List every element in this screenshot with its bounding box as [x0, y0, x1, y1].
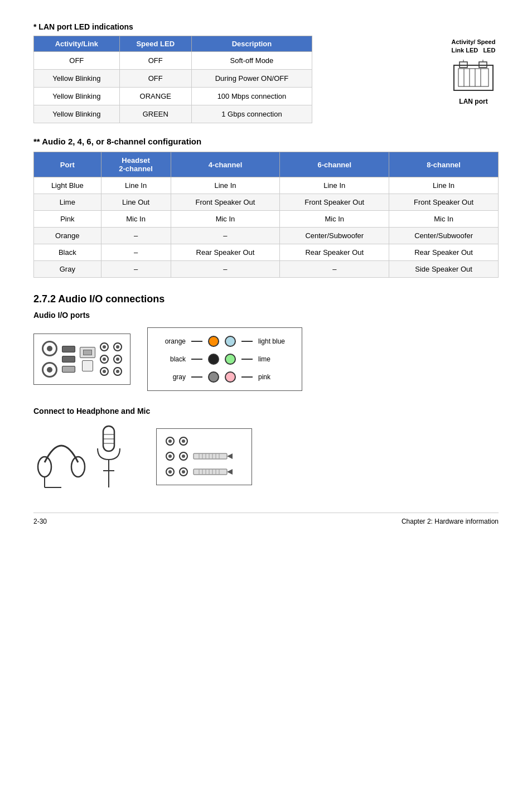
section-272-title: 2.7.2 Audio I/O connections — [33, 293, 499, 305]
audio-ports-title: Audio I/O ports — [33, 311, 499, 320]
lan-section: * LAN port LED indications Activity/Link… — [33, 22, 499, 123]
connector-panel — [156, 428, 252, 485]
jack-pair-2 — [113, 342, 122, 376]
connector-row-1 — [166, 437, 243, 446]
headphone-illustration — [33, 423, 123, 490]
lan-col-speed: Speed LED — [119, 36, 191, 52]
jack-pair-1 — [100, 342, 109, 376]
headphone-container — [33, 423, 499, 490]
lan-port-label: LAN port — [459, 98, 487, 105]
label-orange: orange — [158, 337, 186, 345]
audio-table: Port Headset2-channel 4-channel 6-channe… — [33, 152, 499, 278]
headphone-section: Connect to Headphone and Mic — [33, 407, 499, 490]
label-light-blue: light blue — [258, 337, 292, 345]
table-row: PinkMic InMic InMic InMic In — [34, 211, 499, 228]
audio-col-headset: Headset2-channel — [101, 152, 171, 177]
svg-marker-38 — [227, 469, 233, 475]
connector-row-3 — [166, 467, 243, 477]
table-row: Yellow BlinkingORANGE100 Mbps connection — [34, 88, 312, 105]
table-row: Gray–––Side Speaker Out — [34, 261, 499, 278]
plug-svg-2 — [192, 467, 243, 477]
lan-title: * LAN port LED indications — [33, 22, 499, 31]
label-lime: lime — [258, 355, 292, 363]
microphone-svg — [95, 423, 123, 490]
conn-jack-2b — [179, 452, 188, 461]
lan-diagram: Activity/ Speed Link LED LED — [448, 38, 499, 105]
conn-jack-2a — [166, 452, 175, 461]
audio-config-title: ** Audio 2, 4, 6, or 8-channel configura… — [33, 137, 499, 146]
headphone-svg — [33, 423, 89, 490]
jack-sm-6 — [113, 367, 122, 376]
port-row-black-lime: black lime — [158, 354, 292, 365]
audio-col-6ch: 6-channel — [280, 152, 389, 177]
table-row: Yellow BlinkingGREEN1 Gbps connection — [34, 105, 312, 123]
port-light-blue — [225, 336, 236, 347]
lan-table-wrapper: Activity/Link Speed LED Description OFFO… — [33, 36, 435, 123]
left-ports-diagram — [33, 334, 130, 385]
lan-col-desc: Description — [191, 36, 312, 52]
audio-col-port: Port — [34, 152, 101, 177]
chapter-label: Chapter 2: Hardware information — [402, 518, 499, 525]
lan-table: Activity/Link Speed LED Description OFFO… — [33, 36, 312, 123]
port-row-orange-lightblue: orange light blue — [158, 336, 292, 347]
port-black — [208, 354, 219, 365]
port-pink — [225, 371, 236, 383]
table-row: Yellow BlinkingOFFDuring Power ON/OFF — [34, 70, 312, 88]
jack-sm-5 — [113, 355, 122, 364]
port-gray — [208, 371, 219, 383]
slot-connectors — [62, 346, 75, 373]
table-row: Light BlueLine InLine InLine InLine In — [34, 177, 499, 194]
connector-row-2 — [166, 451, 243, 461]
jack-sm-3 — [100, 367, 109, 376]
label-pink: pink — [258, 373, 292, 381]
table-row: OFFOFFSoft-off Mode — [34, 52, 312, 70]
lan-col-activity: Activity/Link — [34, 36, 120, 52]
lan-diagram-labels: Activity/ Speed Link LED LED — [452, 38, 496, 55]
port-orange — [208, 336, 219, 347]
audio-ports-container: orange light blue black lime gray — [33, 327, 499, 391]
audio-col-8ch: 8-channel — [389, 152, 499, 177]
usb-connector — [80, 347, 95, 371]
conn-jack-3b — [179, 467, 188, 476]
port-lime — [225, 354, 236, 365]
jack-large-1 — [42, 341, 57, 356]
conn-jack-1b — [179, 437, 188, 446]
table-row: Orange––Center/SubwooferCenter/Subwoofer — [34, 228, 499, 244]
jack-sm-2 — [100, 355, 109, 364]
svg-point-11 — [71, 457, 85, 477]
table-row: Black–Rear Speaker OutRear Speaker OutRe… — [34, 244, 499, 261]
plug-svg-1 — [192, 451, 243, 461]
lan-port-svg — [448, 55, 499, 94]
svg-rect-30 — [194, 469, 227, 475]
large-connectors — [42, 341, 57, 378]
right-ports-diagram: orange light blue black lime gray — [147, 327, 302, 391]
page-number: 2-30 — [33, 518, 47, 525]
svg-rect-5 — [458, 69, 489, 86]
table-row: LimeLine OutFront Speaker OutFront Speak… — [34, 194, 499, 211]
port-row-gray-pink: gray pink — [158, 371, 292, 383]
svg-marker-29 — [227, 453, 233, 459]
label-gray: gray — [158, 373, 186, 381]
headphone-title: Connect to Headphone and Mic — [33, 407, 499, 416]
label-black: black — [158, 355, 186, 363]
conn-jack-1a — [166, 437, 175, 446]
lan-container: Activity/Link Speed LED Description OFFO… — [33, 36, 499, 123]
audio-col-4ch: 4-channel — [171, 152, 280, 177]
audio-config-section: ** Audio 2, 4, 6, or 8-channel configura… — [33, 137, 499, 278]
conn-jack-3a — [166, 467, 175, 476]
section-272: 2.7.2 Audio I/O connections Audio I/O po… — [33, 293, 499, 490]
jack-sm-4 — [113, 342, 122, 351]
svg-point-10 — [38, 457, 51, 477]
page-footer: 2-30 Chapter 2: Hardware information — [33, 513, 499, 525]
jack-large-2 — [42, 362, 57, 378]
jack-sm-1 — [100, 342, 109, 351]
svg-rect-21 — [194, 453, 227, 459]
